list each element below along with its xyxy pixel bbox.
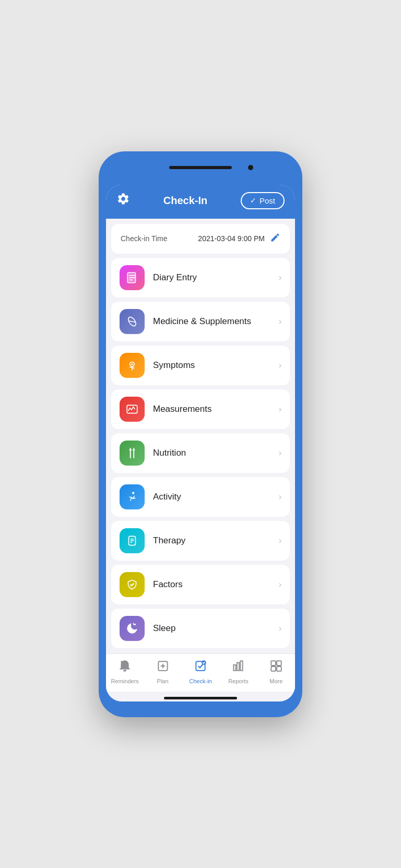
- medicine-chevron: ›: [279, 317, 281, 326]
- nav-item-more[interactable]: More: [257, 659, 295, 684]
- activity-icon-wrap: [120, 484, 145, 509]
- phone-screen: Check-In ✓ Post Check-in Time 2021-03-04…: [106, 185, 295, 701]
- nutrition-chevron: ›: [279, 448, 281, 458]
- post-label: Post: [260, 196, 275, 205]
- edit-icon[interactable]: [270, 232, 280, 245]
- svg-rect-29: [277, 661, 281, 665]
- home-bar: [164, 697, 237, 699]
- sleep-label: Sleep: [153, 623, 270, 634]
- svg-rect-28: [271, 661, 276, 665]
- measurements-label: Measurements: [153, 404, 270, 414]
- checkin-time-bar: Check-in Time 2021-03-04 9:00 PM: [111, 224, 290, 254]
- svg-point-18: [134, 623, 136, 625]
- reminders-icon: [118, 659, 132, 676]
- camera-dot: [248, 165, 253, 170]
- sleep-chevron: ›: [279, 624, 281, 633]
- diary-icon-wrap: [120, 265, 145, 290]
- reports-nav-label: Reports: [228, 678, 249, 684]
- nav-item-plan[interactable]: Plan: [144, 659, 181, 684]
- settings-icon[interactable]: [116, 192, 130, 209]
- measurements-icon-wrap: [120, 397, 145, 422]
- therapy-icon-wrap: [120, 528, 145, 553]
- menu-item-factors[interactable]: Factors ›: [111, 565, 290, 604]
- therapy-chevron: ›: [279, 536, 281, 545]
- reminders-nav-label: Reminders: [111, 678, 139, 684]
- nav-item-checkin[interactable]: Check-in: [182, 659, 219, 684]
- symptoms-chevron: ›: [279, 361, 281, 370]
- more-icon: [269, 659, 283, 676]
- check-icon: ✓: [250, 196, 256, 205]
- bottom-nav: Reminders Plan: [106, 653, 295, 692]
- diary-label: Diary Entry: [153, 272, 270, 283]
- svg-rect-27: [241, 661, 243, 670]
- factors-chevron: ›: [279, 580, 281, 589]
- symptoms-label: Symptoms: [153, 360, 270, 371]
- plan-icon: [156, 659, 170, 676]
- svg-rect-19: [121, 661, 123, 662]
- nutrition-label: Nutrition: [153, 448, 270, 458]
- home-indicator: [106, 692, 295, 701]
- notch-bar: [169, 166, 232, 169]
- therapy-label: Therapy: [153, 536, 270, 546]
- nutrition-icon-wrap: [120, 441, 145, 466]
- measurements-chevron: ›: [279, 405, 281, 414]
- phone-notch: [106, 161, 295, 180]
- plan-nav-label: Plan: [157, 678, 169, 684]
- menu-item-therapy[interactable]: Therapy ›: [111, 521, 290, 561]
- menu-item-symptoms[interactable]: Symptoms ›: [111, 346, 290, 385]
- svg-rect-30: [271, 667, 276, 671]
- menu-item-activity[interactable]: Activity ›: [111, 477, 290, 517]
- diary-chevron: ›: [279, 273, 281, 282]
- checkin-nav-label: Check-in: [189, 678, 211, 684]
- factors-label: Factors: [153, 579, 270, 590]
- menu-item-measurements[interactable]: Measurements ›: [111, 389, 290, 429]
- reports-icon: [231, 659, 245, 676]
- medicine-label: Medicine & Supplements: [153, 316, 270, 327]
- svg-point-13: [132, 492, 134, 494]
- app-header: Check-In ✓ Post: [106, 185, 295, 219]
- sleep-icon-wrap: [120, 616, 145, 641]
- nav-item-reminders[interactable]: Reminders: [106, 659, 144, 684]
- medicine-icon-wrap: [120, 309, 145, 334]
- menu-list: Diary Entry › Medicine & Supplements ›: [106, 254, 295, 653]
- checkin-time-right: 2021-03-04 9:00 PM: [198, 232, 280, 245]
- factors-icon-wrap: [120, 572, 145, 597]
- more-nav-label: More: [269, 678, 282, 684]
- checkin-time-value: 2021-03-04 9:00 PM: [198, 234, 265, 243]
- svg-rect-26: [237, 662, 239, 670]
- svg-rect-31: [277, 667, 281, 671]
- post-button[interactable]: ✓ Post: [241, 192, 285, 209]
- svg-point-8: [131, 363, 133, 365]
- menu-item-nutrition[interactable]: Nutrition ›: [111, 433, 290, 473]
- phone-frame: Check-In ✓ Post Check-in Time 2021-03-04…: [99, 151, 302, 717]
- activity-label: Activity: [153, 492, 270, 502]
- activity-chevron: ›: [279, 492, 281, 502]
- menu-item-sleep[interactable]: Sleep ›: [111, 609, 290, 648]
- checkin-time-label: Check-in Time: [121, 234, 167, 243]
- svg-rect-25: [234, 664, 236, 670]
- page-title: Check-In: [163, 195, 207, 207]
- menu-item-diary[interactable]: Diary Entry ›: [111, 258, 290, 298]
- svg-line-6: [128, 318, 136, 325]
- nav-item-reports[interactable]: Reports: [219, 659, 257, 684]
- checkin-nav-icon: [194, 659, 207, 676]
- symptoms-icon-wrap: [120, 353, 145, 378]
- menu-item-medicine[interactable]: Medicine & Supplements ›: [111, 302, 290, 341]
